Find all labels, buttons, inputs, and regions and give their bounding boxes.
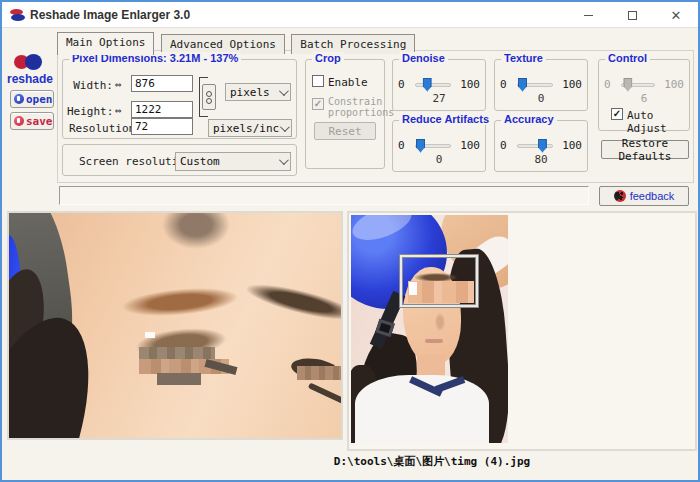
height-input[interactable]: [131, 101, 193, 118]
link-dimensions-toggle[interactable]: [202, 84, 216, 110]
glitch-block-art: [157, 373, 201, 385]
control-slider-track: [621, 83, 655, 87]
save-icon: [14, 116, 24, 126]
restore-defaults-button[interactable]: Restore Defaults: [601, 140, 689, 159]
crop-enable-checkbox[interactable]: ✓: [312, 75, 324, 87]
control-value: 6: [599, 92, 689, 105]
reshade-logo-icon: [12, 54, 48, 71]
denoise-group: Denoise 0 100 27: [392, 59, 486, 111]
tab-strip: Main Options Advanced Options Batch Proc…: [57, 32, 417, 51]
chain-link-icon: [206, 91, 212, 97]
screen-resolution-value: Custom: [180, 155, 279, 168]
constrain-proportions-checkbox: ✓: [312, 98, 324, 110]
tab-batch-processing[interactable]: Batch Processing: [291, 34, 415, 54]
crop-group: Crop ✓ Enable ✓ Constrain proportions Re…: [305, 59, 385, 169]
minimize-button[interactable]: [566, 2, 610, 28]
control-min: 0: [604, 78, 616, 91]
texture-group: Texture 0 100 0: [494, 59, 588, 111]
progress-bar: [59, 186, 589, 205]
minimize-icon: [584, 15, 593, 16]
tab-advanced-options[interactable]: Advanced Options: [161, 34, 285, 54]
accuracy-slider-track[interactable]: [517, 144, 553, 148]
constrain-proportions-label: Constrain proportions: [328, 96, 382, 118]
reduce-artifacts-min: 0: [398, 139, 410, 152]
zoom-preview-panel[interactable]: [7, 211, 343, 440]
zoom-selection-rectangle[interactable]: [400, 255, 478, 307]
resolution-label: Resolution: [69, 122, 135, 135]
texture-value: 0: [495, 92, 587, 105]
brand-name: reshade: [6, 72, 54, 86]
app-logo-icon: [10, 9, 26, 21]
denoise-max: 100: [456, 78, 480, 91]
screen-resolution-dropdown[interactable]: Custom: [175, 152, 291, 171]
denoise-min: 0: [398, 78, 410, 91]
maximize-icon: [628, 11, 637, 20]
width-input[interactable]: [131, 75, 193, 92]
denoise-value: 27: [393, 92, 485, 105]
hair-wisp-art: [159, 213, 233, 251]
feedback-button[interactable]: feedback: [599, 186, 689, 206]
texture-min: 0: [500, 78, 512, 91]
tab-main-options[interactable]: Main Options: [57, 32, 154, 55]
file-path-text: D:\tools\桌面\图片\timg (4).jpg: [332, 454, 532, 469]
eyebrow-art: [120, 284, 240, 320]
reduce-artifacts-max: 100: [456, 139, 480, 152]
pixels-unit-value: pixels: [230, 86, 279, 99]
height-label: Height:: [67, 105, 113, 118]
zoomed-face-image: [9, 213, 341, 438]
save-button-label: save: [26, 115, 53, 128]
texture-slider-track[interactable]: [517, 83, 553, 87]
control-group: Control 0 100 6 ✓ Auto Adjust: [598, 59, 690, 131]
open-button[interactable]: open: [10, 90, 54, 108]
crop-reset-button: Reset: [314, 122, 376, 140]
height-resize-icon: ⇔: [115, 104, 122, 117]
glitch-highlight-art: [145, 332, 155, 338]
ladybug-icon: [614, 190, 626, 202]
nose-shadow-art: [435, 313, 445, 331]
accuracy-value: 80: [495, 153, 587, 166]
auto-adjust-label: Auto Adjust: [627, 109, 689, 135]
accuracy-max: 100: [558, 139, 582, 152]
screen-resolution-group: Screen resolution Custom: [62, 144, 297, 176]
accuracy-group: Accuracy 0 100 80: [494, 120, 588, 172]
close-button[interactable]: ✕: [654, 2, 698, 28]
feedback-label: feedback: [630, 190, 675, 202]
eyelash-art: [308, 382, 341, 405]
width-resize-icon: ⇔: [115, 78, 122, 91]
reduce-artifacts-slider-track[interactable]: [415, 144, 451, 148]
chain-link-icon: [206, 98, 212, 104]
reduce-artifacts-value: 0: [393, 153, 485, 166]
glitch-block-art: [297, 366, 341, 380]
open-button-label: open: [26, 93, 53, 106]
reduce-artifacts-group: Reduce Artifacts 0 100 0: [392, 120, 486, 172]
title-bar[interactable]: Reshade Image Enlarger 3.0 ✕: [2, 2, 698, 28]
accuracy-min: 0: [500, 139, 512, 152]
denoise-slider-thumb[interactable]: [423, 78, 432, 92]
texture-slider-thumb[interactable]: [518, 78, 527, 92]
close-icon: ✕: [671, 8, 682, 23]
accuracy-slider-thumb[interactable]: [538, 139, 547, 153]
reduce-artifacts-title: Reduce Artifacts: [399, 113, 492, 125]
auto-adjust-checkbox[interactable]: ✓: [611, 108, 623, 120]
chevron-down-icon: [279, 155, 289, 165]
open-icon: [14, 94, 24, 104]
pixels-unit-dropdown[interactable]: pixels: [225, 83, 291, 101]
resolution-unit-value: pixels/inch: [213, 122, 280, 135]
reduce-artifacts-slider-thumb[interactable]: [416, 139, 425, 153]
app-window: Reshade Image Enlarger 3.0 ✕ reshade ope…: [0, 0, 700, 482]
save-button[interactable]: save: [10, 112, 54, 130]
control-max: 100: [660, 78, 684, 91]
texture-title: Texture: [501, 52, 546, 64]
control-slider-thumb: [623, 78, 632, 92]
resolution-unit-dropdown[interactable]: pixels/inch: [208, 119, 292, 137]
resolution-input[interactable]: [131, 118, 193, 135]
window-title: Reshade Image Enlarger 3.0: [30, 8, 190, 22]
pixel-dimensions-group: Pixel Dimensions: 3.21M - 137% Width: ⇔ …: [62, 59, 297, 139]
maximize-button[interactable]: [610, 2, 654, 28]
chevron-down-icon: [280, 122, 290, 132]
crop-enable-label: Enable: [328, 76, 368, 89]
denoise-slider-track[interactable]: [415, 83, 451, 87]
denoise-title: Denoise: [399, 52, 448, 64]
width-label: Width:: [67, 79, 113, 92]
source-image-panel[interactable]: [347, 211, 697, 451]
